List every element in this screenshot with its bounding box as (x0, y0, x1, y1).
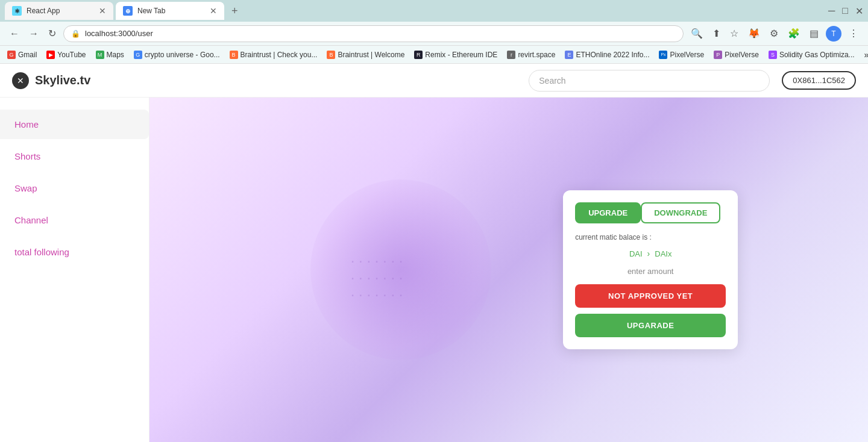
tab-label-react: React App (27, 7, 94, 15)
braintrust1-favicon: B (230, 51, 238, 59)
search-placeholder: Search (539, 76, 565, 86)
sidebar-item-home-label: Home (14, 119, 39, 129)
app-title: Skylive.tv (35, 73, 90, 87)
minimize-button[interactable]: ─ (828, 5, 835, 16)
maximize-button[interactable]: □ (842, 5, 848, 16)
nav-bar: ← → ↻ 🔒 localhost:3000/user 🔍 ⬆ ☆ 🦊 ⚙ 🧩 … (0, 22, 868, 46)
balance-label: current matic balace is : (575, 233, 726, 241)
back-button[interactable]: ← (7, 26, 22, 42)
close-app-button[interactable]: ✕ (12, 72, 29, 89)
tab-bar: ⚛ React App ✕ ⊕ New Tab ✕ + ─ □ ✕ (0, 0, 868, 22)
window-controls: ─ □ ✕ (828, 5, 863, 17)
maps-favicon: M (96, 51, 104, 59)
bookmark-revirt[interactable]: r revirt.space (507, 51, 555, 59)
main-content: · · · · · · ·· · · · · · ·· · · · · · · … (149, 98, 868, 442)
tab-close-newtab[interactable]: ✕ (210, 6, 217, 16)
tab-new-tab[interactable]: ⊕ New Tab ✕ (116, 2, 224, 20)
tab-favicon-newtab: ⊕ (123, 6, 133, 16)
sidebar-item-channel[interactable]: Channel (0, 205, 149, 235)
bookmark-braintrust2-label: Braintrust | Welcome (338, 51, 404, 59)
bookmark-revirt-label: revirt.space (518, 51, 555, 59)
app-body: Home Shorts Swap Channel total following (0, 98, 868, 442)
swap-card: UPGRADE DOWNGRADE current matic balace i… (563, 190, 738, 349)
sidebar-item-total-following[interactable]: total following (0, 237, 149, 267)
sidebar-item-home[interactable]: Home (0, 110, 149, 139)
bookmark-braintrust1[interactable]: B Braintrust | Check you... (230, 51, 318, 59)
search-icon-btn[interactable]: 🔍 (688, 25, 705, 42)
px-favicon: Px (659, 51, 667, 59)
sidebar-item-swap-label: Swap (14, 183, 37, 193)
bookmark-px-label: PixelVerse (670, 51, 704, 59)
tab-close-react[interactable]: ✕ (99, 6, 106, 16)
tab-react-app[interactable]: ⚛ React App ✕ (5, 2, 113, 20)
metamask-icon-btn[interactable]: 🦊 (746, 25, 763, 42)
bookmark-maps[interactable]: M Maps (96, 51, 124, 59)
bookmark-pxverse-label: PixelVerse (725, 51, 759, 59)
tab-label-newtab: New Tab (137, 7, 205, 15)
pxverse-favicon: P (714, 51, 722, 59)
sidebar-item-total-following-label: total following (14, 247, 69, 257)
gmail-favicon: G (7, 51, 16, 59)
bookmark-maps-label: Maps (107, 51, 124, 59)
close-icon: ✕ (17, 76, 24, 86)
lock-icon: 🔒 (71, 30, 80, 38)
upgrade-tab[interactable]: UPGRADE (575, 202, 641, 223)
sidebar-item-channel-label: Channel (14, 215, 48, 225)
downgrade-tab[interactable]: DOWNGRADE (641, 202, 720, 223)
forward-button[interactable]: → (27, 26, 41, 42)
sidebar-item-shorts[interactable]: Shorts (0, 142, 149, 171)
sidebar-icon-btn[interactable]: ▤ (807, 25, 821, 42)
bookmark-youtube[interactable]: ▶ YouTube (46, 51, 86, 59)
bookmark-youtube-label: YouTube (57, 51, 86, 59)
bookmark-braintrust1-label: Braintrust | Check you... (241, 51, 318, 59)
bookmark-crypto-label: crypto universe - Goo... (145, 51, 220, 59)
token-from[interactable]: DAI (629, 249, 643, 258)
sidebar-item-shorts-label: Shorts (14, 151, 40, 161)
token-row: DAI › DAIx (575, 249, 726, 258)
bookmark-px[interactable]: Px PixelVerse (659, 51, 704, 59)
new-tab-button[interactable]: + (227, 2, 243, 20)
browser-window: ⚛ React App ✕ ⊕ New Tab ✕ + ─ □ ✕ ← → ↻ … (0, 0, 868, 442)
upgarade-button[interactable]: UPGARADE (575, 314, 726, 337)
sidebar: Home Shorts Swap Channel total following (0, 98, 149, 442)
bookmark-sol-label: Solidity Gas Optimiza... (779, 51, 855, 59)
menu-button[interactable]: ⋮ (846, 25, 861, 42)
bookmark-crypto[interactable]: G crypto universe - Goo... (134, 51, 220, 59)
app-header: ✕ Skylive.tv Search 0X861...1C562 (0, 64, 868, 98)
address-bar[interactable]: 🔒 localhost:3000/user (63, 25, 684, 42)
revirt-favicon: r (507, 51, 515, 59)
more-bookmarks-icon[interactable]: » (864, 50, 868, 60)
blob-dots: · · · · · · ·· · · · · · ·· · · · · · · (351, 252, 403, 303)
bookmark-braintrust2[interactable]: B Braintrust | Welcome (327, 51, 404, 59)
eth-favicon: E (565, 51, 573, 59)
wallet-address-button[interactable]: 0X861...1C562 (782, 71, 856, 90)
profile-button[interactable]: T (826, 26, 841, 42)
bookmark-remix[interactable]: R Remix - Ethereum IDE (414, 51, 497, 59)
braintrust2-favicon: B (327, 51, 335, 59)
bookmark-icon-btn[interactable]: ☆ (728, 25, 741, 42)
remix-favicon: R (414, 51, 423, 59)
youtube-favicon: ▶ (46, 51, 55, 59)
bookmark-gmail[interactable]: G Gmail (7, 51, 37, 59)
extensions-icon-btn[interactable]: 🧩 (785, 25, 802, 42)
bookmark-gmail-label: Gmail (18, 51, 37, 59)
amount-label: enter amount (575, 267, 726, 276)
not-approved-button[interactable]: NOT APPROVED YET (575, 284, 726, 308)
search-bar[interactable]: Search (529, 70, 770, 92)
wallet-icon-btn[interactable]: ⚙ (767, 25, 781, 42)
bookmark-pxverse[interactable]: P PixelVerse (714, 51, 759, 59)
address-text: localhost:3000/user (85, 29, 153, 38)
sidebar-item-swap[interactable]: Swap (0, 173, 149, 203)
app-container: ✕ Skylive.tv Search 0X861...1C562 Home S… (0, 64, 868, 442)
reload-button[interactable]: ↻ (46, 25, 58, 42)
close-button[interactable]: ✕ (855, 5, 863, 17)
bookmarks-bar: G Gmail ▶ YouTube M Maps G crypto univer… (0, 46, 868, 64)
share-icon-btn[interactable]: ⬆ (710, 25, 723, 42)
bookmark-eth[interactable]: E ETHOnline 2022 Info... (565, 51, 649, 59)
crypto-favicon: G (134, 51, 142, 59)
tab-favicon-react: ⚛ (12, 6, 22, 16)
bookmark-sol[interactable]: S Solidity Gas Optimiza... (769, 51, 855, 59)
token-arrow: › (647, 249, 650, 258)
token-to[interactable]: DAIx (655, 249, 671, 258)
swap-tabs: UPGRADE DOWNGRADE (575, 202, 726, 223)
